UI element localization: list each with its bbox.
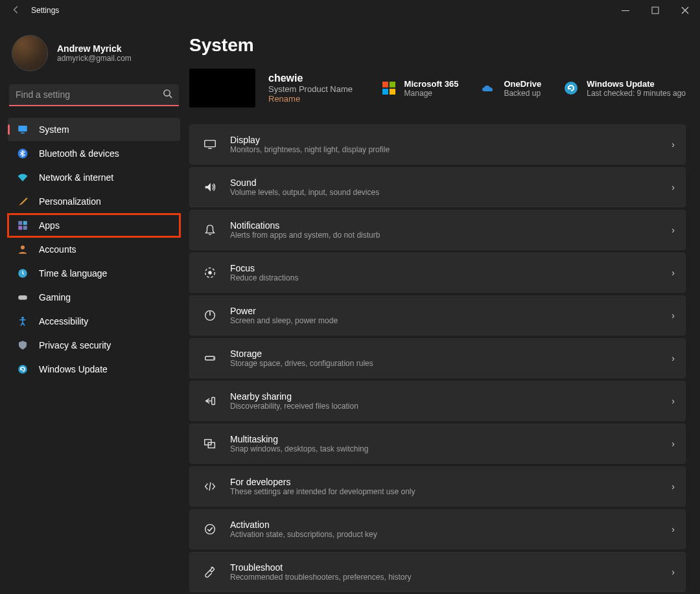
card-title: For developers [230,477,671,487]
brush-icon [17,196,29,207]
search-input[interactable] [16,89,163,100]
avatar [12,35,48,71]
user-email: admyrick@gmail.com [57,54,132,63]
sidebar-item-gaming[interactable]: Gaming [8,286,180,309]
sidebar-item-label: Privacy & security [39,340,111,350]
settings-cards: DisplayMonitors, brightness, night light… [189,124,686,592]
chevron-right-icon: › [671,182,675,192]
card-title: Multitasking [230,434,671,444]
svg-point-26 [213,358,215,359]
search-icon [163,89,172,101]
sidebar-item-accounts[interactable]: Accounts [8,238,180,261]
clock-icon [17,268,29,279]
chevron-right-icon: › [671,139,675,150]
card-title: Power [230,306,671,316]
system-icon [17,124,29,135]
card-power[interactable]: PowerScreen and sleep, power mode › [189,295,686,336]
svg-rect-16 [390,82,395,87]
sidebar-item-label: Accounts [39,244,76,255]
svg-point-30 [205,525,215,534]
sidebar-item-label: Windows Update [39,364,108,374]
titlebar: Settings [0,0,700,21]
svg-rect-6 [18,221,22,225]
card-focus[interactable]: FocusReduce distractions › [189,253,686,293]
sidebar-item-update[interactable]: Windows Update [8,358,180,381]
share-icon [203,394,217,408]
svg-rect-8 [18,226,22,230]
card-activation[interactable]: ActivationActivation state, subscription… [189,509,686,549]
sidebar-item-accessibility[interactable]: Accessibility [8,310,180,333]
sidebar-item-label: Gaming [39,292,71,303]
svg-point-23 [208,271,212,275]
chevron-right-icon: › [671,353,675,363]
user-block[interactable]: Andrew Myrick admyrick@gmail.com [12,35,178,71]
svg-rect-9 [23,226,27,230]
bell-icon [203,223,217,237]
sound-icon [203,180,217,194]
maximize-button[interactable] [640,0,670,21]
card-storage[interactable]: StorageStorage space, drives, configurat… [189,338,686,378]
sidebar-item-bluetooth[interactable]: Bluetooth & devices [8,142,180,165]
person-icon [17,244,29,255]
card-sub: Monitors, brightness, night light, displ… [230,145,671,154]
card-sub: Storage space, drives, configuration rul… [230,359,671,368]
chevron-right-icon: › [671,310,675,321]
close-button[interactable] [670,0,700,21]
status-title: OneDrive [504,79,541,89]
svg-rect-3 [18,126,27,131]
svg-rect-1 [652,7,659,14]
sidebar-item-time[interactable]: Time & language [8,262,180,285]
card-developers[interactable]: For developersThese settings are intende… [189,466,686,507]
card-sub: Volume levels, output, input, sound devi… [230,188,671,197]
user-name: Andrew Myrick [57,43,132,54]
update-icon [17,363,29,375]
card-sub: Activation state, subscriptions, product… [230,530,671,539]
status-sub: Manage [404,89,459,98]
svg-point-13 [21,317,24,319]
status-title: Microsoft 365 [404,79,459,89]
card-title: Troubleshoot [230,562,671,573]
card-multitasking[interactable]: MultitaskingSnap windows, desktops, task… [189,424,686,464]
chevron-right-icon: › [671,524,675,534]
status-update[interactable]: Windows Update Last checked: 9 minutes a… [563,79,686,98]
nav-list: System Bluetooth & devices Network & int… [8,118,180,381]
minimize-button[interactable] [611,0,640,21]
multitask-icon [203,437,217,451]
status-m365[interactable]: Microsoft 365 Manage [381,79,459,98]
card-notifications[interactable]: NotificationsAlerts from apps and system… [189,210,686,250]
sidebar-item-privacy[interactable]: Privacy & security [8,334,180,357]
device-name: chewie [268,73,353,84]
sidebar: Andrew Myrick admyrick@gmail.com System … [0,21,189,594]
card-sound[interactable]: SoundVolume levels, output, input, sound… [189,167,686,207]
sidebar-item-personalization[interactable]: Personalization [8,190,180,213]
svg-rect-18 [390,89,395,95]
window-title: Settings [31,6,59,15]
card-display[interactable]: DisplayMonitors, brightness, night light… [189,124,686,165]
card-nearby[interactable]: Nearby sharingDiscoverability, received … [189,381,686,421]
search-box[interactable] [9,84,179,106]
status-sub: Last checked: 9 minutes ago [587,89,686,98]
status-onedrive[interactable]: OneDrive Backed up [480,79,541,98]
card-sub: These settings are intended for developm… [230,487,671,496]
card-title: Focus [230,263,671,273]
sidebar-item-label: Time & language [39,268,107,279]
sidebar-item-network[interactable]: Network & internet [8,166,180,189]
chevron-right-icon: › [671,396,675,406]
card-title: Activation [230,520,671,530]
sidebar-item-system[interactable]: System [8,118,180,141]
card-title: Storage [230,348,671,359]
accessibility-icon [17,315,29,327]
sidebar-item-apps[interactable]: Apps [8,214,180,237]
svg-rect-0 [622,10,629,11]
back-button[interactable] [6,5,26,16]
sidebar-item-label: Accessibility [39,316,88,326]
wifi-icon [17,172,29,183]
card-troubleshoot[interactable]: TroubleshootRecommended troubleshooters,… [189,552,686,592]
device-info-row: chewie System Product Name Rename Micros… [189,69,686,108]
focus-icon [203,266,217,280]
status-sub: Backed up [504,89,541,98]
chevron-right-icon: › [671,439,675,449]
card-sub: Discoverability, received files location [230,402,671,411]
rename-link[interactable]: Rename [268,94,353,104]
chevron-right-icon: › [671,225,675,235]
